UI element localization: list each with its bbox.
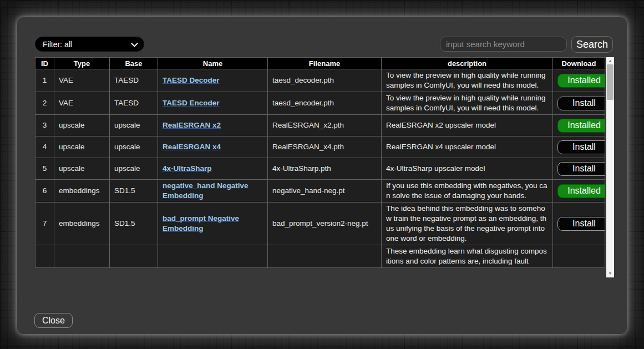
table-row: 1VAETAESDTAESD Decodertaesd_decoder.pthT… bbox=[36, 69, 605, 92]
cell-base: SD1.5 bbox=[110, 203, 158, 245]
table-header-row: IDTypeBaseNameFilenamedescriptionDownloa… bbox=[36, 58, 605, 69]
column-header-id: ID bbox=[36, 58, 54, 69]
cell-base: upscale bbox=[110, 136, 158, 158]
cell-name: bad_prompt Negative Embedding bbox=[158, 203, 268, 245]
cell-name: negative_hand Negative Embedding bbox=[158, 180, 268, 203]
model-name-link[interactable]: RealESRGAN x2 bbox=[163, 121, 221, 129]
cell-description: To view the preview in high quality whil… bbox=[382, 92, 553, 115]
model-name-link[interactable]: TAESD Decoder bbox=[163, 76, 220, 84]
cell-type: upscale bbox=[54, 158, 110, 180]
cell-name: RealESRGAN x2 bbox=[158, 115, 268, 136]
cell-base bbox=[110, 245, 158, 268]
cell-name bbox=[158, 245, 268, 268]
cell-filename: bad_prompt_version2-neg.pt bbox=[268, 203, 382, 245]
column-header-download: Download bbox=[553, 58, 605, 69]
table-scrollbar[interactable]: ▲ ▼ bbox=[606, 57, 614, 277]
cell-base: SD1.5 bbox=[110, 180, 158, 203]
cell-name: TAESD Encoder bbox=[158, 92, 268, 115]
table-row: 2VAETAESDTAESD Encodertaesd_encoder.pthT… bbox=[36, 92, 605, 115]
installed-button[interactable]: Installed bbox=[557, 184, 605, 198]
filter-select[interactable]: Filter: all bbox=[35, 37, 144, 52]
cell-filename: taesd_decoder.pth bbox=[268, 69, 382, 92]
model-name-link[interactable]: 4x-UltraSharp bbox=[163, 164, 212, 173]
close-button[interactable]: Close bbox=[34, 313, 73, 328]
install-button[interactable]: Install bbox=[557, 97, 605, 110]
cell-filename bbox=[268, 245, 382, 268]
cell-description: To view the preview in high quality whil… bbox=[382, 69, 553, 92]
model-table: IDTypeBaseNameFilenamedescriptionDownloa… bbox=[35, 57, 605, 268]
column-header-name: Name bbox=[158, 58, 268, 69]
cell-download: Install bbox=[553, 203, 605, 245]
table-row: 7embeddingsSD1.5bad_prompt Negative Embe… bbox=[36, 203, 605, 245]
cell-download bbox=[553, 245, 605, 268]
cell-type: VAE bbox=[54, 92, 110, 115]
cell-description: If you use this embedding with negatives… bbox=[382, 180, 553, 203]
cell-download: Install bbox=[553, 158, 605, 180]
cell-type: embeddings bbox=[54, 203, 110, 245]
cell-filename: 4x-UltraSharp.pth bbox=[268, 158, 382, 180]
table-row: 3upscaleupscaleRealESRGAN x2RealESRGAN_x… bbox=[36, 115, 605, 136]
cell-id: 3 bbox=[36, 115, 54, 136]
filter-select-wrap: Filter: all bbox=[35, 37, 144, 52]
cell-download: Install bbox=[553, 92, 605, 115]
scrollbar-thumb[interactable] bbox=[607, 64, 613, 100]
cell-download: Installed bbox=[553, 69, 605, 92]
cell-filename: RealESRGAN_x4.pth bbox=[268, 136, 382, 158]
model-manager-dialog: Filter: all Search IDTypeBaseNameFilenam… bbox=[17, 17, 627, 334]
cell-download: Installed bbox=[553, 180, 605, 203]
cell-id: 4 bbox=[36, 136, 54, 158]
cell-type: embeddings bbox=[54, 180, 110, 203]
cell-description: 4x-UltraSharp upscaler model bbox=[382, 158, 553, 180]
install-button[interactable]: Install bbox=[557, 217, 605, 231]
column-header-description: description bbox=[382, 58, 553, 69]
model-name-link[interactable]: bad_prompt Negative Embedding bbox=[163, 214, 239, 232]
cell-base: upscale bbox=[110, 158, 158, 180]
column-header-filename: Filename bbox=[268, 58, 382, 69]
cell-id: 6 bbox=[36, 180, 54, 203]
installed-button[interactable]: Installed bbox=[557, 119, 605, 133]
cell-description: The idea behind this embedding was to so… bbox=[382, 203, 553, 245]
cell-filename: taesd_encoder.pth bbox=[268, 92, 382, 115]
cell-type: upscale bbox=[54, 115, 110, 136]
model-name-link[interactable]: TAESD Encoder bbox=[163, 99, 220, 107]
cell-base: upscale bbox=[110, 115, 158, 136]
model-table-viewport: IDTypeBaseNameFilenamedescriptionDownloa… bbox=[35, 57, 605, 277]
model-name-link[interactable]: negative_hand Negative Embedding bbox=[163, 181, 249, 200]
cell-id bbox=[36, 245, 54, 268]
cell-name: 4x-UltraSharp bbox=[158, 158, 268, 180]
scroll-up-icon[interactable]: ▲ bbox=[606, 58, 614, 64]
cell-base: TAESD bbox=[110, 92, 158, 115]
search-button[interactable]: Search bbox=[571, 36, 613, 53]
cell-id: 5 bbox=[36, 158, 54, 180]
installed-button[interactable]: Installed bbox=[557, 74, 605, 88]
cell-description: These embedding learn what disgusting co… bbox=[382, 245, 553, 268]
cell-name: RealESRGAN x4 bbox=[158, 136, 268, 158]
column-header-base: Base bbox=[110, 58, 158, 69]
model-name-link[interactable]: RealESRGAN x4 bbox=[163, 143, 221, 151]
cell-type bbox=[54, 245, 110, 268]
cell-type: VAE bbox=[54, 69, 110, 92]
scroll-down-icon[interactable]: ▼ bbox=[606, 270, 614, 277]
cell-id: 1 bbox=[36, 69, 54, 92]
cell-id: 7 bbox=[36, 203, 54, 245]
install-button[interactable]: Install bbox=[557, 140, 605, 154]
cell-download: Installed bbox=[553, 115, 605, 136]
cell-description: RealESRGAN x4 upscaler model bbox=[382, 136, 553, 158]
cell-base: TAESD bbox=[110, 69, 158, 92]
search-input[interactable] bbox=[440, 37, 567, 52]
column-header-type: Type bbox=[54, 58, 110, 69]
table-row: These embedding learn what disgusting co… bbox=[36, 245, 605, 268]
table-row: 5upscaleupscale4x-UltraSharp4x-UltraShar… bbox=[36, 158, 605, 180]
cell-description: RealESRGAN x2 upscaler model bbox=[382, 115, 553, 136]
install-button[interactable]: Install bbox=[557, 162, 605, 176]
cell-download: Install bbox=[553, 136, 605, 158]
table-row: 6embeddingsSD1.5negative_hand Negative E… bbox=[36, 180, 605, 203]
table-row: 4upscaleupscaleRealESRGAN x4RealESRGAN_x… bbox=[36, 136, 605, 158]
cell-name: TAESD Decoder bbox=[158, 69, 268, 92]
cell-id: 2 bbox=[36, 92, 54, 115]
cell-filename: RealESRGAN_x2.pth bbox=[268, 115, 382, 136]
cell-type: upscale bbox=[54, 136, 110, 158]
cell-filename: negative_hand-neg.pt bbox=[268, 180, 382, 203]
